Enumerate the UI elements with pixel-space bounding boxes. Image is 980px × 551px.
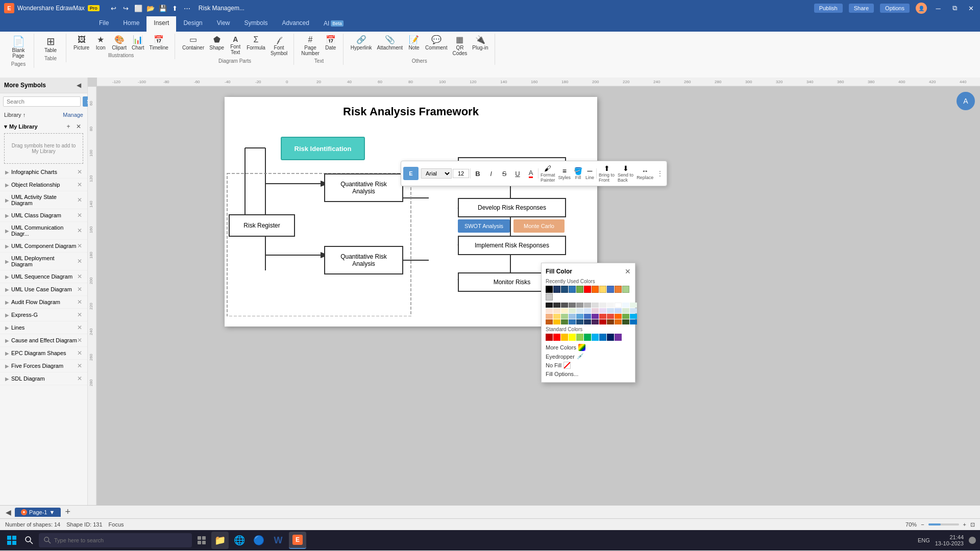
options-btn[interactable]: Options: [880, 4, 910, 13]
save-btn[interactable]: 💾: [158, 3, 168, 13]
date-btn[interactable]: 📅 Date: [323, 35, 339, 57]
color-swatch-peach[interactable]: [615, 286, 622, 293]
redo-btn[interactable]: ↪: [121, 3, 131, 13]
taskbar-notification-btn[interactable]: [969, 537, 976, 544]
gc-37[interactable]: [546, 319, 553, 324]
color-swatch-orange[interactable]: [592, 286, 599, 293]
page-prev-btn[interactable]: ◀: [4, 508, 13, 516]
no-fill-btn[interactable]: No Fill: [546, 361, 631, 370]
color-swatch-red[interactable]: [584, 286, 591, 293]
gc-30[interactable]: [584, 314, 591, 319]
publish-btn[interactable]: Publish: [814, 4, 843, 13]
gc-29[interactable]: [576, 314, 583, 319]
tab-symbols[interactable]: Symbols: [237, 16, 275, 32]
shape-risk-register[interactable]: Risk Register: [229, 214, 295, 237]
gc-24[interactable]: [630, 308, 637, 313]
sc-5[interactable]: [576, 334, 583, 341]
styles-btn[interactable]: ≡ Styles: [557, 166, 572, 181]
clipart-btn[interactable]: 🎨 Clipart: [110, 35, 129, 52]
gc-44[interactable]: [599, 319, 606, 324]
zoom-out-btn[interactable]: −: [921, 521, 924, 528]
gc-13[interactable]: [546, 308, 553, 313]
fcp-close-btn[interactable]: ✕: [625, 267, 631, 276]
shape-quant2[interactable]: Quantitative RiskAnalysis: [324, 246, 403, 274]
taskbar-search-icon[interactable]: [21, 533, 37, 548]
sidebar-item-sdl[interactable]: ▶ SDL Diagram ✕: [0, 372, 87, 385]
send-to-back-btn[interactable]: ⬇ Send toBack: [617, 163, 634, 184]
shape-risk-identification[interactable]: Risk Identification: [281, 137, 365, 160]
color-swatch-green[interactable]: [576, 286, 583, 293]
sidebar-item-audit-flow[interactable]: ▶ Audit Flow Diagram ✕: [0, 296, 87, 309]
restore-btn[interactable]: ⧉: [949, 3, 960, 13]
gc-36[interactable]: [630, 314, 637, 319]
line-btn[interactable]: ─ Line: [584, 166, 595, 181]
comment-btn[interactable]: 💬 Comment: [423, 35, 449, 57]
icon-btn[interactable]: ★ Icon: [92, 35, 109, 52]
gc-3[interactable]: [561, 303, 568, 308]
open-btn[interactable]: 📂: [145, 3, 156, 13]
gc-19[interactable]: [592, 308, 599, 313]
zoom-slider[interactable]: [928, 523, 959, 525]
tab-view[interactable]: View: [210, 16, 237, 32]
gc-32[interactable]: [599, 314, 606, 319]
color-swatch-yellow[interactable]: [599, 286, 606, 293]
color-swatch-black[interactable]: [546, 286, 553, 293]
sidebar-item-uml-class[interactable]: ▶ UML Class Diagram ✕: [0, 209, 87, 222]
font-select[interactable]: Arial: [421, 168, 452, 179]
gc-21[interactable]: [607, 308, 614, 313]
gc-28[interactable]: [569, 314, 576, 319]
formula-btn[interactable]: Σ Formula: [244, 35, 267, 57]
color-swatch-blue[interactable]: [569, 286, 576, 293]
gc-6[interactable]: [584, 303, 591, 308]
bold-btn[interactable]: B: [472, 167, 484, 180]
gc-18[interactable]: [584, 308, 591, 313]
more-btn[interactable]: ⋯: [182, 3, 192, 13]
font-symbol-btn[interactable]: 𝒻 FontSymbol: [268, 35, 289, 57]
sidebar-item-uml-communication[interactable]: ▶ UML Communication Diagr... ✕: [0, 222, 87, 240]
more-colors-btn[interactable]: More Colors: [546, 343, 631, 352]
sidebar-item-uml-use-case[interactable]: ▶ UML Use Case Diagram ✕: [0, 283, 87, 296]
sc-2[interactable]: [553, 334, 560, 341]
toolbar-expand-btn[interactable]: ⋮: [655, 168, 665, 179]
minimize-btn[interactable]: ─: [933, 3, 943, 13]
export-btn[interactable]: ⬆: [170, 3, 180, 13]
sidebar-item-express-g[interactable]: ▶ Express-G ✕: [0, 309, 87, 321]
blank-page-btn[interactable]: 📄 BlankPage: [7, 35, 30, 60]
strikethrough-btn[interactable]: S: [498, 167, 510, 180]
shape-develop[interactable]: Develop Risk Responses: [458, 198, 566, 217]
sc-10[interactable]: [615, 334, 622, 341]
font-text-btn[interactable]: A FontText: [227, 35, 243, 57]
canvas-area[interactable]: Risk Analysis Framework: [97, 87, 980, 505]
hyperlink-btn[interactable]: 🔗 Hyperlink: [349, 35, 374, 57]
plugin-btn[interactable]: 🔌 Plug-in: [470, 35, 490, 57]
qr-codes-btn[interactable]: ▦ QRCodes: [450, 35, 469, 57]
color-swatch-navy[interactable]: [561, 286, 568, 293]
eyedropper-btn[interactable]: Eyedropper 💉: [546, 352, 631, 361]
gc-9[interactable]: [607, 303, 614, 308]
gc-33[interactable]: [607, 314, 614, 319]
taskbar-chrome-btn[interactable]: 🔵: [250, 532, 267, 549]
format-painter-btn[interactable]: 🖌 FormatPainter: [540, 163, 556, 184]
taskbar-search-bar[interactable]: [39, 533, 192, 547]
gc-41[interactable]: [576, 319, 583, 324]
gc-25[interactable]: [546, 314, 553, 319]
table-btn[interactable]: ⊞ Table: [39, 35, 62, 55]
sc-7[interactable]: [592, 334, 599, 341]
gc-42[interactable]: [584, 319, 591, 324]
gc-40[interactable]: [569, 319, 576, 324]
replace-btn[interactable]: ↔ Replace: [635, 166, 654, 181]
shape-quant1[interactable]: Quantitative RiskAnalysis: [324, 173, 403, 202]
color-swatch-cornblue[interactable]: [607, 286, 614, 293]
tab-file[interactable]: File: [92, 16, 116, 32]
underline-btn[interactable]: U: [511, 167, 524, 180]
gc-31[interactable]: [592, 314, 599, 319]
add-library-btn[interactable]: +: [64, 122, 73, 131]
sidebar-item-infographic-charts[interactable]: ▶ Infographic Charts ✕: [0, 166, 87, 179]
page-add-btn[interactable]: +: [63, 507, 72, 517]
gc-12[interactable]: [630, 303, 637, 308]
page-number-btn[interactable]: # PageNumber: [299, 35, 322, 57]
italic-btn[interactable]: I: [485, 167, 497, 180]
sidebar-item-cause-effect[interactable]: ▶ Cause and Effect Diagram ✕: [0, 334, 87, 347]
fill-options-btn[interactable]: Fill Options...: [546, 370, 631, 378]
gc-10[interactable]: [615, 303, 622, 308]
